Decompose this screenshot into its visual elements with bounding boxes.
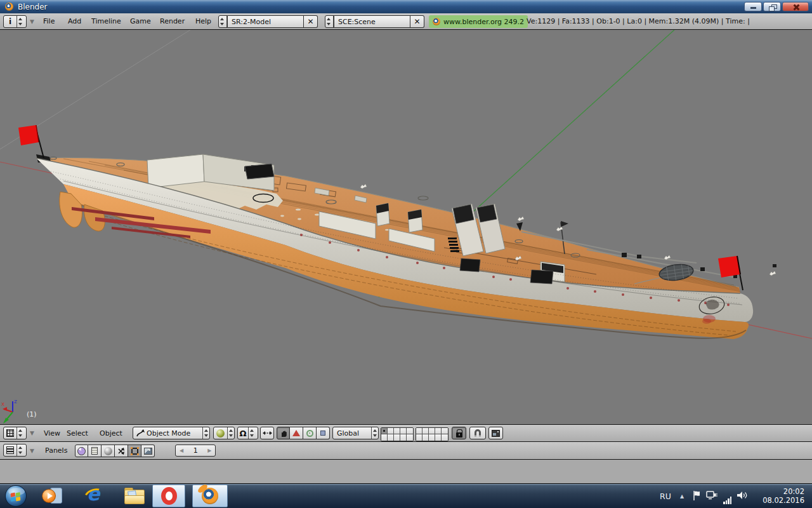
layer-3[interactable]	[394, 428, 400, 434]
taskbar-item-opera[interactable]	[152, 485, 185, 507]
lock-layers-button[interactable]	[452, 427, 466, 439]
3d-viewport[interactable]: z x (1)	[0, 30, 812, 424]
viewport-editor-stepper[interactable]	[16, 427, 23, 439]
network-plug-icon[interactable]	[706, 490, 718, 508]
layer-13[interactable]	[394, 434, 400, 441]
frame-next-icon[interactable]: ▶	[204, 448, 215, 453]
hand-icon	[279, 429, 288, 438]
menu-view[interactable]: View	[41, 425, 63, 441]
screen-browse-stepper[interactable]	[218, 15, 228, 28]
layer-8[interactable]	[429, 428, 435, 434]
taskbar-item-media-player[interactable]	[36, 485, 69, 507]
editor-type-button[interactable]: i	[3, 15, 27, 28]
header-collapse-icon[interactable]: ▼	[30, 442, 34, 459]
close-button[interactable]	[782, 2, 809, 11]
mode-stepper[interactable]	[202, 427, 209, 439]
header-collapse-icon[interactable]: ▼	[30, 425, 34, 441]
action-center-flag-icon[interactable]	[693, 490, 702, 508]
scene-name-field[interactable]: SCE:Scene	[334, 15, 410, 28]
buttons-editor-type-button[interactable]	[3, 444, 27, 457]
layer-17[interactable]	[422, 434, 429, 441]
stern-flag	[718, 256, 740, 277]
draw-type-stepper[interactable]	[227, 427, 234, 439]
folder-icon	[124, 488, 145, 505]
frame-number: 1	[187, 446, 204, 455]
object-context-button[interactable]	[115, 444, 128, 457]
menu-timeline[interactable]: Timeline	[88, 13, 124, 29]
menu-add[interactable]: Add	[65, 13, 84, 29]
layer-11[interactable]	[381, 434, 388, 441]
orientation-stepper[interactable]	[371, 427, 378, 439]
taskbar-item-blender[interactable]	[192, 485, 228, 507]
menu-help[interactable]: Help	[192, 13, 214, 29]
layer-16[interactable]	[416, 434, 422, 441]
volume-icon[interactable]	[737, 491, 748, 508]
minimize-button[interactable]	[744, 2, 762, 11]
start-button[interactable]	[5, 485, 27, 507]
header-collapse-icon[interactable]: ▼	[30, 13, 34, 29]
scale-manipulator-button[interactable]	[303, 427, 317, 439]
taskbar-item-internet-explorer[interactable]: e	[77, 485, 110, 507]
menu-game[interactable]: Game	[127, 13, 154, 29]
menu-file[interactable]: File	[40, 13, 58, 29]
layer-1[interactable]	[381, 428, 388, 434]
editing-context-button[interactable]	[128, 444, 141, 457]
buttons-window-header: ▼ Panels ◀ 1 ▶	[0, 442, 812, 460]
snap-button[interactable]	[469, 427, 486, 439]
frame-prev-icon[interactable]: ◀	[176, 448, 187, 453]
3d-view-editor-icon	[6, 429, 14, 437]
layer-18[interactable]	[429, 434, 435, 441]
layer-5[interactable]	[407, 428, 413, 434]
screen-delete-button[interactable]: ✕	[304, 15, 318, 28]
version-badge: www.blender.org 249.2	[429, 15, 528, 28]
shading-context-button[interactable]	[102, 444, 115, 457]
layer-14[interactable]	[400, 434, 407, 441]
script-context-button[interactable]	[88, 444, 102, 457]
restore-button[interactable]	[763, 2, 781, 11]
taskbar-item-explorer[interactable]	[118, 485, 151, 507]
editor-type-stepper[interactable]	[16, 16, 23, 27]
tray-clock[interactable]: 20:02 08.02.2016	[754, 487, 808, 505]
layer-7[interactable]	[422, 428, 429, 434]
frame-number-field[interactable]: ◀ 1 ▶	[175, 444, 216, 457]
menu-panels[interactable]: Panels	[42, 442, 70, 459]
tray-expand-icon[interactable]: ▲	[680, 484, 684, 508]
viewport-editor-type-button[interactable]	[3, 427, 27, 439]
manipulator-toggle-button[interactable]	[260, 427, 274, 439]
render-preview-button[interactable]	[488, 427, 503, 439]
language-indicator[interactable]: RU	[660, 484, 671, 508]
mode-dropdown[interactable]: Object Mode	[133, 427, 210, 439]
magnet-icon	[473, 429, 482, 438]
menu-render[interactable]: Render	[157, 13, 188, 29]
menu-select[interactable]: Select	[63, 425, 91, 441]
translate-manipulator-button[interactable]	[277, 427, 290, 439]
draw-type-dropdown[interactable]	[213, 427, 235, 439]
menu-object[interactable]: Object	[96, 425, 126, 441]
scene-context-button[interactable]	[141, 444, 155, 457]
layer-9[interactable]	[435, 428, 442, 434]
scene-delete-button[interactable]: ✕	[410, 15, 424, 28]
buttons-context-group	[75, 444, 155, 457]
orientation-dropdown[interactable]: Global	[332, 427, 379, 439]
pivot-dropdown[interactable]: Ω	[237, 427, 258, 439]
layer-10[interactable]	[442, 428, 448, 434]
pivot-stepper[interactable]	[248, 427, 255, 439]
render-image-icon	[492, 430, 500, 437]
object-mode-icon	[136, 429, 145, 438]
signal-bars-icon[interactable]	[723, 492, 732, 508]
rotate-manipulator-button[interactable]	[290, 427, 303, 439]
extra-manipulator-button[interactable]	[317, 427, 330, 439]
viewport-header: ▼ View Select Object Object Mode Ω	[0, 424, 812, 442]
scene-browse-stepper[interactable]	[325, 15, 334, 28]
layer-2[interactable]	[388, 428, 394, 434]
layer-20[interactable]	[442, 434, 448, 441]
layer-19[interactable]	[435, 434, 442, 441]
logic-context-button[interactable]	[75, 444, 88, 457]
buttons-editor-stepper[interactable]	[16, 444, 23, 456]
layer-6[interactable]	[416, 428, 422, 434]
layer-4[interactable]	[400, 428, 407, 434]
layer-12[interactable]	[388, 434, 394, 441]
layer-15[interactable]	[407, 434, 413, 441]
screen-name-field[interactable]: SR:2-Model	[228, 15, 304, 28]
buttons-window-content[interactable]	[0, 460, 812, 484]
